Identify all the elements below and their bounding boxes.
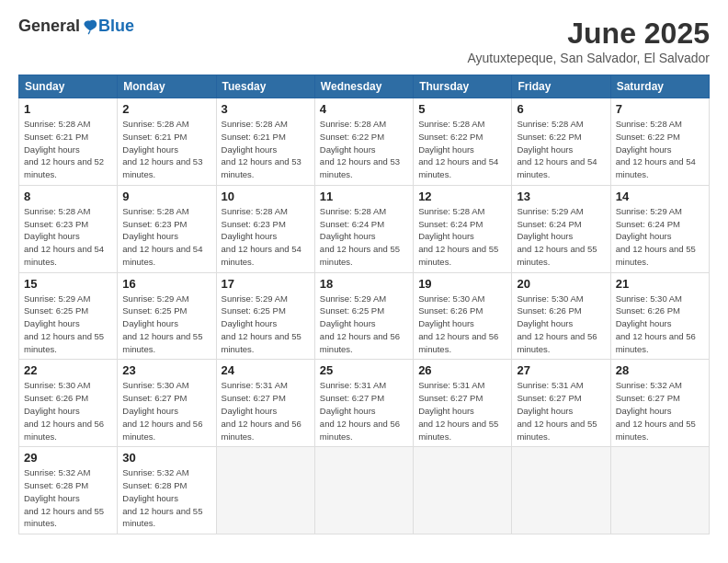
day-number: 17 (222, 277, 310, 291)
calendar-row: 22Sunrise: 5:30 AMSunset: 6:26 PMDayligh… (19, 360, 710, 447)
day-number: 5 (418, 102, 506, 116)
day-number: 10 (222, 190, 310, 203)
table-row (610, 447, 709, 534)
table-row: 28Sunrise: 5:32 AMSunset: 6:27 PMDayligh… (610, 360, 709, 447)
day-info: Sunrise: 5:28 AMSunset: 6:21 PMDaylight … (222, 119, 301, 179)
title-block: June 2025 Ayutuxtepeque, San Salvador, E… (467, 17, 710, 65)
day-info: Sunrise: 5:30 AMSunset: 6:26 PMDaylight … (418, 293, 498, 354)
day-info: Sunrise: 5:31 AMSunset: 6:27 PMDaylight … (517, 380, 597, 441)
day-number: 30 (122, 451, 210, 465)
calendar-page: General Blue June 2025 Ayutuxtepeque, Sa… (0, 0, 728, 563)
calendar-table: Sunday Monday Tuesday Wednesday Thursday… (18, 75, 710, 534)
day-info: Sunrise: 5:30 AMSunset: 6:26 PMDaylight … (517, 293, 597, 354)
day-number: 3 (222, 102, 310, 116)
th-sunday: Sunday (19, 75, 118, 98)
table-row: 5Sunrise: 5:28 AMSunset: 6:22 PMDaylight… (414, 98, 512, 186)
day-number: 13 (517, 190, 605, 203)
header: General Blue June 2025 Ayutuxtepeque, Sa… (18, 17, 710, 65)
day-number: 18 (320, 277, 408, 291)
table-row: 25Sunrise: 5:31 AMSunset: 6:27 PMDayligh… (314, 360, 413, 447)
table-row: 1Sunrise: 5:28 AMSunset: 6:21 PMDaylight… (19, 98, 118, 186)
table-row (512, 447, 610, 534)
day-number: 19 (418, 277, 506, 291)
day-info: Sunrise: 5:32 AMSunset: 6:28 PMDaylight … (24, 467, 104, 528)
table-row: 12Sunrise: 5:28 AMSunset: 6:24 PMDayligh… (414, 185, 512, 272)
day-number: 8 (24, 190, 112, 203)
calendar-row: 1Sunrise: 5:28 AMSunset: 6:21 PMDaylight… (19, 98, 710, 186)
day-number: 1 (24, 102, 112, 116)
day-info: Sunrise: 5:28 AMSunset: 6:22 PMDaylight … (418, 119, 498, 179)
table-row: 4Sunrise: 5:28 AMSunset: 6:22 PMDaylight… (314, 98, 413, 186)
day-info: Sunrise: 5:29 AMSunset: 6:25 PMDaylight … (222, 293, 301, 354)
weekday-header-row: Sunday Monday Tuesday Wednesday Thursday… (19, 75, 710, 98)
day-info: Sunrise: 5:28 AMSunset: 6:23 PMDaylight … (24, 206, 104, 267)
logo-blue-text: Blue (98, 17, 134, 36)
day-number: 22 (24, 363, 112, 377)
table-row: 18Sunrise: 5:29 AMSunset: 6:25 PMDayligh… (314, 272, 413, 360)
day-info: Sunrise: 5:29 AMSunset: 6:24 PMDaylight … (616, 206, 696, 267)
day-info: Sunrise: 5:31 AMSunset: 6:27 PMDaylight … (418, 380, 498, 441)
day-info: Sunrise: 5:31 AMSunset: 6:27 PMDaylight … (320, 380, 400, 441)
table-row: 8Sunrise: 5:28 AMSunset: 6:23 PMDaylight… (19, 185, 118, 272)
table-row: 7Sunrise: 5:28 AMSunset: 6:22 PMDaylight… (610, 98, 709, 186)
day-number: 11 (320, 190, 408, 203)
table-row: 9Sunrise: 5:28 AMSunset: 6:23 PMDaylight… (118, 185, 216, 272)
day-number: 26 (418, 363, 506, 377)
table-row: 11Sunrise: 5:28 AMSunset: 6:24 PMDayligh… (314, 185, 413, 272)
day-number: 24 (222, 363, 310, 377)
th-monday: Monday (118, 75, 216, 98)
day-number: 6 (517, 102, 605, 116)
day-number: 14 (616, 190, 704, 203)
day-info: Sunrise: 5:30 AMSunset: 6:26 PMDaylight … (616, 293, 696, 354)
day-info: Sunrise: 5:28 AMSunset: 6:22 PMDaylight … (320, 119, 400, 179)
day-info: Sunrise: 5:28 AMSunset: 6:22 PMDaylight … (517, 119, 597, 179)
th-saturday: Saturday (610, 75, 709, 98)
calendar-row: 15Sunrise: 5:29 AMSunset: 6:25 PMDayligh… (19, 272, 710, 360)
day-info: Sunrise: 5:32 AMSunset: 6:28 PMDaylight … (122, 467, 202, 528)
table-row: 2Sunrise: 5:28 AMSunset: 6:21 PMDaylight… (118, 98, 216, 186)
day-info: Sunrise: 5:31 AMSunset: 6:27 PMDaylight … (222, 380, 301, 441)
day-info: Sunrise: 5:28 AMSunset: 6:21 PMDaylight … (122, 119, 202, 179)
table-row: 6Sunrise: 5:28 AMSunset: 6:22 PMDaylight… (512, 98, 610, 186)
table-row: 10Sunrise: 5:28 AMSunset: 6:23 PMDayligh… (216, 185, 314, 272)
table-row: 14Sunrise: 5:29 AMSunset: 6:24 PMDayligh… (610, 185, 709, 272)
day-info: Sunrise: 5:28 AMSunset: 6:24 PMDaylight … (418, 206, 498, 267)
th-wednesday: Wednesday (314, 75, 413, 98)
day-number: 25 (320, 363, 408, 377)
table-row: 13Sunrise: 5:29 AMSunset: 6:24 PMDayligh… (512, 185, 610, 272)
day-info: Sunrise: 5:29 AMSunset: 6:24 PMDaylight … (517, 206, 597, 267)
table-row: 26Sunrise: 5:31 AMSunset: 6:27 PMDayligh… (414, 360, 512, 447)
table-row: 23Sunrise: 5:30 AMSunset: 6:27 PMDayligh… (118, 360, 216, 447)
table-row: 3Sunrise: 5:28 AMSunset: 6:21 PMDaylight… (216, 98, 314, 186)
day-info: Sunrise: 5:28 AMSunset: 6:23 PMDaylight … (222, 206, 301, 267)
table-row: 29Sunrise: 5:32 AMSunset: 6:28 PMDayligh… (19, 447, 118, 534)
day-number: 2 (122, 102, 210, 116)
day-number: 15 (24, 277, 112, 291)
th-thursday: Thursday (414, 75, 512, 98)
table-row (216, 447, 314, 534)
table-row: 15Sunrise: 5:29 AMSunset: 6:25 PMDayligh… (19, 272, 118, 360)
day-info: Sunrise: 5:30 AMSunset: 6:26 PMDaylight … (24, 380, 104, 441)
day-number: 16 (122, 277, 210, 291)
day-number: 20 (517, 277, 605, 291)
table-row: 27Sunrise: 5:31 AMSunset: 6:27 PMDayligh… (512, 360, 610, 447)
day-info: Sunrise: 5:28 AMSunset: 6:23 PMDaylight … (122, 206, 202, 267)
day-info: Sunrise: 5:30 AMSunset: 6:27 PMDaylight … (122, 380, 202, 441)
table-row: 20Sunrise: 5:30 AMSunset: 6:26 PMDayligh… (512, 272, 610, 360)
table-row (414, 447, 512, 534)
logo-general-text: General (18, 17, 80, 36)
day-number: 7 (616, 102, 704, 116)
table-row: 16Sunrise: 5:29 AMSunset: 6:25 PMDayligh… (118, 272, 216, 360)
day-number: 21 (616, 277, 704, 291)
table-row: 17Sunrise: 5:29 AMSunset: 6:25 PMDayligh… (216, 272, 314, 360)
table-row (314, 447, 413, 534)
th-tuesday: Tuesday (216, 75, 314, 98)
day-number: 23 (122, 363, 210, 377)
location-text: Ayutuxtepeque, San Salvador, El Salvador (467, 51, 710, 65)
day-info: Sunrise: 5:29 AMSunset: 6:25 PMDaylight … (24, 293, 104, 354)
table-row: 19Sunrise: 5:30 AMSunset: 6:26 PMDayligh… (414, 272, 512, 360)
day-number: 27 (517, 363, 605, 377)
day-number: 28 (616, 363, 704, 377)
day-number: 12 (418, 190, 506, 203)
day-info: Sunrise: 5:28 AMSunset: 6:22 PMDaylight … (616, 119, 696, 179)
